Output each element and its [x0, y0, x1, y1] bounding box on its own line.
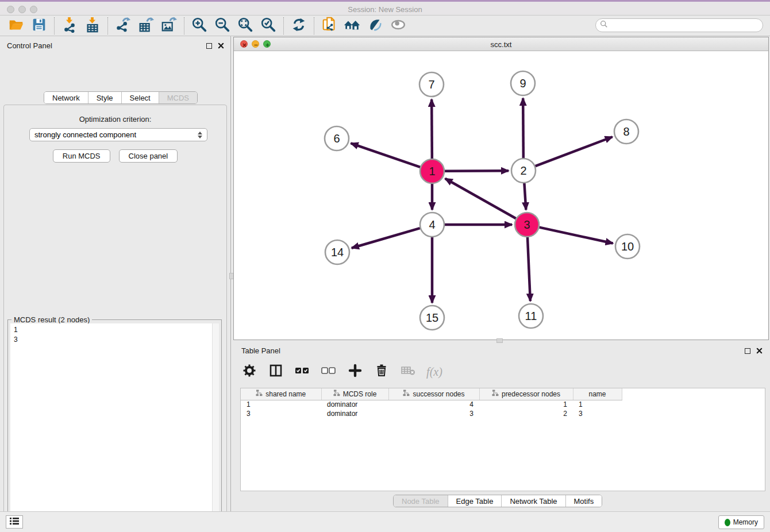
- column-header-successor-nodes[interactable]: successor nodes: [388, 388, 479, 400]
- tab-select[interactable]: Select: [122, 92, 159, 103]
- column-header-name[interactable]: name: [573, 388, 622, 400]
- node-11[interactable]: 11: [519, 304, 543, 328]
- node-6[interactable]: 6: [325, 126, 349, 151]
- float-table-panel-button[interactable]: [744, 347, 752, 355]
- edge-1-2[interactable]: [445, 171, 509, 171]
- node-table[interactable]: shared nameMCDS rolesuccessor nodesprede…: [240, 388, 765, 491]
- edge-2-9[interactable]: [523, 98, 523, 158]
- fx-icon: f(x): [426, 365, 442, 379]
- import-table-button[interactable]: [81, 17, 104, 35]
- edge-3-11[interactable]: [528, 237, 530, 301]
- table-cell[interactable]: 1: [479, 400, 573, 409]
- table-row[interactable]: 3dominator323: [241, 409, 622, 418]
- node-15[interactable]: 15: [420, 306, 444, 330]
- column-header-MCDS-role[interactable]: MCDS role: [321, 388, 388, 400]
- tab-network[interactable]: Network: [44, 92, 88, 103]
- column-header-shared-name[interactable]: shared name: [241, 388, 321, 400]
- import-network-button[interactable]: [58, 17, 81, 35]
- table-cell[interactable]: 3: [241, 409, 321, 418]
- export-image-button[interactable]: [157, 17, 180, 35]
- mcds-result-text[interactable]: 1 3: [10, 323, 212, 532]
- svg-text:7: 7: [428, 78, 434, 91]
- tab-mcds[interactable]: MCDS: [159, 92, 197, 103]
- task-history-button[interactable]: [6, 515, 23, 529]
- table-cell[interactable]: 3: [388, 409, 479, 418]
- svg-text:15: 15: [426, 311, 438, 324]
- table-cell[interactable]: 1: [241, 400, 321, 409]
- node-8[interactable]: 8: [614, 119, 638, 144]
- node-14[interactable]: 14: [325, 240, 349, 264]
- control-panel-title: Control Panel: [7, 41, 52, 50]
- search-input[interactable]: [611, 21, 763, 29]
- criterion-select[interactable]: strongly connected component: [29, 128, 207, 141]
- node-1[interactable]: 1: [420, 159, 444, 183]
- close-icon: [756, 346, 763, 356]
- edge-1-6[interactable]: [351, 143, 421, 167]
- memory-label: Memory: [733, 518, 758, 526]
- table-cell[interactable]: 4: [388, 400, 479, 409]
- close-panel-button-mcds[interactable]: Close panel: [119, 149, 178, 163]
- table-row[interactable]: 1dominator411: [241, 400, 622, 409]
- import-table-icon: [84, 16, 101, 36]
- zoom-out-button[interactable]: [211, 17, 234, 35]
- network-window-titlebar[interactable]: scc.txt: [234, 37, 768, 51]
- edge-3-10[interactable]: [539, 228, 613, 244]
- node-3[interactable]: 3: [515, 213, 539, 237]
- node-9[interactable]: 9: [511, 71, 535, 95]
- delete-column-button[interactable]: [372, 363, 391, 381]
- zoom-in-button[interactable]: [188, 17, 211, 35]
- memory-button[interactable]: Memory: [718, 515, 764, 529]
- export-network-button[interactable]: [111, 17, 134, 35]
- table-cell[interactable]: dominator: [321, 409, 388, 418]
- close-panel-button[interactable]: [217, 42, 225, 50]
- deselect-all-button[interactable]: [319, 363, 338, 381]
- zoom-fit-icon: [237, 16, 254, 36]
- float-panel-button[interactable]: [205, 42, 213, 50]
- open-session-button[interactable]: [5, 17, 28, 35]
- close-table-panel-button[interactable]: [755, 347, 763, 355]
- table-tab-node-table[interactable]: Node Table: [394, 495, 448, 507]
- node-2[interactable]: 2: [511, 159, 536, 183]
- zoom-selected-icon: [260, 16, 277, 36]
- copy-network-button[interactable]: [318, 17, 341, 35]
- edge-2-8[interactable]: [536, 137, 613, 166]
- run-mcds-button[interactable]: Run MCDS: [53, 149, 110, 163]
- show-panels-button[interactable]: [341, 17, 364, 35]
- zoom-selected-button[interactable]: [257, 17, 280, 35]
- network-canvas[interactable]: 7968124314101511: [234, 51, 768, 340]
- search-field[interactable]: [595, 18, 763, 32]
- edge-1-7[interactable]: [432, 99, 432, 159]
- settings-button[interactable]: [240, 363, 259, 381]
- column-manager-button[interactable]: [267, 363, 285, 381]
- table-cell[interactable]: dominator: [321, 400, 388, 409]
- show-hide-button[interactable]: [387, 17, 410, 35]
- edge-3-1[interactable]: [445, 179, 516, 218]
- export-table-button[interactable]: [134, 17, 157, 35]
- main-toolbar: [0, 16, 770, 36]
- network-window-title: scc.txt: [234, 40, 768, 49]
- table-tab-edge-table[interactable]: Edge Table: [448, 495, 502, 507]
- save-session-button[interactable]: [28, 17, 51, 35]
- table-cell[interactable]: 2: [479, 409, 573, 418]
- node-7[interactable]: 7: [419, 72, 444, 97]
- style-icon: [367, 16, 384, 36]
- node-10[interactable]: 10: [615, 234, 640, 259]
- style-preview-button[interactable]: [364, 17, 387, 35]
- edge-4-14[interactable]: [352, 228, 420, 248]
- table-tab-network-table[interactable]: Network Table: [502, 495, 565, 507]
- tab-style[interactable]: Style: [88, 92, 122, 103]
- node-4[interactable]: 4: [420, 213, 444, 237]
- svg-text:8: 8: [623, 125, 629, 138]
- table-tab-motifs[interactable]: Motifs: [566, 495, 602, 507]
- column-header-predecessor-nodes[interactable]: predecessor nodes: [479, 388, 573, 400]
- edge-2-3[interactable]: [524, 183, 526, 210]
- result-scrollbar[interactable]: [212, 323, 219, 532]
- table-cell[interactable]: 1: [573, 400, 622, 409]
- columns-icon: [269, 364, 283, 380]
- apply-layout-button[interactable]: [287, 17, 310, 35]
- select-all-button[interactable]: [293, 363, 311, 381]
- table-cell[interactable]: 3: [573, 409, 622, 418]
- close-icon: [218, 41, 224, 51]
- zoom-fit-button[interactable]: [234, 17, 257, 35]
- add-column-button[interactable]: [346, 363, 364, 381]
